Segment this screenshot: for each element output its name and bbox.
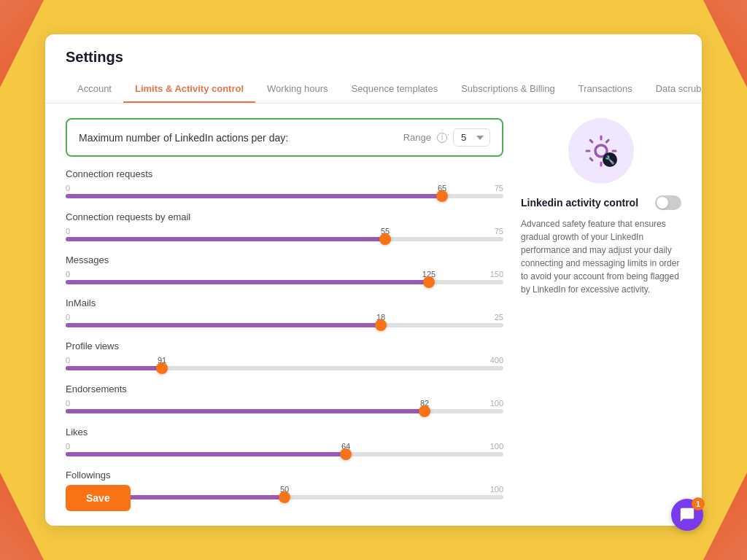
slider-track[interactable] (66, 495, 503, 499)
slider-row: Followings 0 50 100 (66, 470, 503, 505)
slider-track[interactable] (66, 194, 503, 198)
chat-button[interactable]: 1 (671, 499, 703, 531)
range-select[interactable]: 5 10 15 (453, 128, 490, 147)
left-panel: Maximum number of LinkedIn actions per d… (66, 118, 503, 511)
tab-transactions[interactable]: Transactions (567, 76, 644, 103)
slider-label: Messages (66, 254, 168, 265)
tab-data-scrubber[interactable]: Data scrubber (644, 76, 702, 103)
sliders-section: Connection requests 0 65 75 Connection r… (66, 168, 503, 511)
slider-numbers: 0 91 400 (66, 356, 503, 365)
slider-row: InMails 0 18 25 (66, 298, 503, 333)
slider-track[interactable] (66, 323, 503, 327)
slider-label: Connection requests (66, 168, 168, 179)
slider-meta: Profile views (66, 341, 503, 351)
slider-numbers: 0 125 150 (66, 270, 503, 279)
slider-min: 0 (66, 442, 70, 451)
slider-max: 100 (490, 399, 503, 408)
slider-meta: Likes (66, 427, 503, 438)
slider-track-container: 0 82 100 (66, 396, 503, 413)
card-header: Settings AccountLimits & Activity contro… (45, 34, 702, 104)
slider-track-container: 0 18 25 (66, 310, 503, 327)
tab-working-hours[interactable]: Working hours (255, 76, 340, 103)
range-label: Range (403, 132, 431, 143)
page-title: Settings (66, 49, 681, 66)
slider-label: Connection requests by email (66, 211, 190, 222)
slider-min: 0 (66, 227, 70, 236)
corner-decoration-br (703, 472, 747, 560)
slider-row: Connection requests 0 65 75 (66, 168, 503, 204)
slider-track-container: 0 65 75 (66, 181, 503, 198)
slider-track-container: 0 55 75 (66, 224, 503, 241)
corner-decoration-tr (703, 0, 747, 88)
corner-decoration-bl (0, 472, 44, 560)
slider-track[interactable] (66, 366, 503, 370)
slider-thumb[interactable] (423, 276, 435, 288)
slider-min: 0 (66, 270, 70, 279)
slider-fill (66, 194, 442, 198)
slider-label: Endorsements (66, 384, 168, 394)
slider-max: 100 (490, 442, 503, 451)
slider-label: Likes (66, 427, 168, 438)
slider-fill (66, 323, 381, 327)
slider-fill (66, 452, 346, 456)
slider-row: Likes 0 64 100 (66, 427, 503, 462)
slider-numbers: 0 18 25 (66, 313, 503, 322)
tab-subscriptions[interactable]: Subscriptions & Billing (449, 76, 567, 103)
activity-control-toggle[interactable] (655, 195, 681, 210)
slider-track[interactable] (66, 237, 503, 241)
svg-text:🔧: 🔧 (605, 155, 615, 165)
settings-card: Settings AccountLimits & Activity contro… (45, 34, 702, 526)
slider-fill (66, 280, 429, 284)
gear-circle: 🔧 (568, 118, 634, 184)
slider-meta: Endorsements (66, 384, 503, 394)
slider-thumb[interactable] (340, 448, 352, 460)
slider-numbers: 0 82 100 (66, 399, 503, 408)
range-info-icon[interactable]: i (437, 133, 447, 143)
slider-max: 400 (490, 356, 503, 365)
slider-row: Profile views 0 91 400 (66, 341, 503, 376)
max-actions-label: Maximum number of LinkedIn actions per d… (79, 132, 288, 144)
slider-track-container: 0 125 150 (66, 267, 503, 284)
slider-track[interactable] (66, 280, 503, 284)
slider-min: 0 (66, 399, 70, 408)
slider-max: 75 (495, 184, 503, 192)
slider-meta: InMails (66, 298, 503, 308)
tabs-nav: AccountLimits & Activity controlWorking … (66, 76, 681, 103)
slider-thumb[interactable] (279, 491, 290, 503)
slider-max: 75 (495, 227, 503, 236)
slider-track-container: 0 64 100 (66, 439, 503, 456)
right-panel: 🔧 Linkedin activity control Advanced saf… (521, 118, 681, 511)
activity-control-description: Advanced safety feature that ensures gra… (521, 217, 681, 296)
slider-min: 0 (66, 313, 70, 322)
slider-fill (66, 366, 162, 370)
corner-decoration-tl (0, 0, 44, 88)
activity-control-title: Linkedin activity control (521, 197, 638, 209)
tab-sequence-templates[interactable]: Sequence templates (340, 76, 450, 103)
slider-thumb[interactable] (419, 405, 430, 417)
save-section: Save (66, 485, 131, 511)
slider-track-container: 0 91 400 (66, 353, 503, 370)
slider-meta: Followings (66, 470, 503, 481)
chat-badge: 1 (692, 497, 705, 510)
slider-numbers: 0 64 100 (66, 442, 503, 451)
slider-numbers: 0 55 75 (66, 227, 503, 236)
tab-account[interactable]: Account (66, 76, 123, 103)
save-button[interactable]: Save (66, 485, 131, 511)
tab-limits[interactable]: Limits & Activity control (123, 76, 255, 103)
slider-thumb[interactable] (436, 190, 448, 202)
slider-row: Endorsements 0 82 100 (66, 384, 503, 419)
slider-track[interactable] (66, 409, 503, 413)
chat-icon (679, 507, 695, 523)
slider-meta: Connection requests by email (66, 211, 503, 222)
slider-row: Messages 0 125 150 (66, 254, 503, 290)
slider-thumb[interactable] (375, 319, 387, 331)
slider-thumb[interactable] (156, 362, 168, 374)
slider-track-container: 0 50 100 (66, 482, 503, 499)
slider-thumb[interactable] (379, 233, 391, 245)
slider-track[interactable] (66, 452, 503, 456)
slider-meta: Connection requests (66, 168, 503, 179)
activity-icon-wrapper: 🔧 (521, 118, 681, 184)
card-body: Maximum number of LinkedIn actions per d… (45, 104, 702, 526)
slider-fill (66, 237, 385, 241)
activity-control-header: Linkedin activity control (521, 195, 681, 210)
